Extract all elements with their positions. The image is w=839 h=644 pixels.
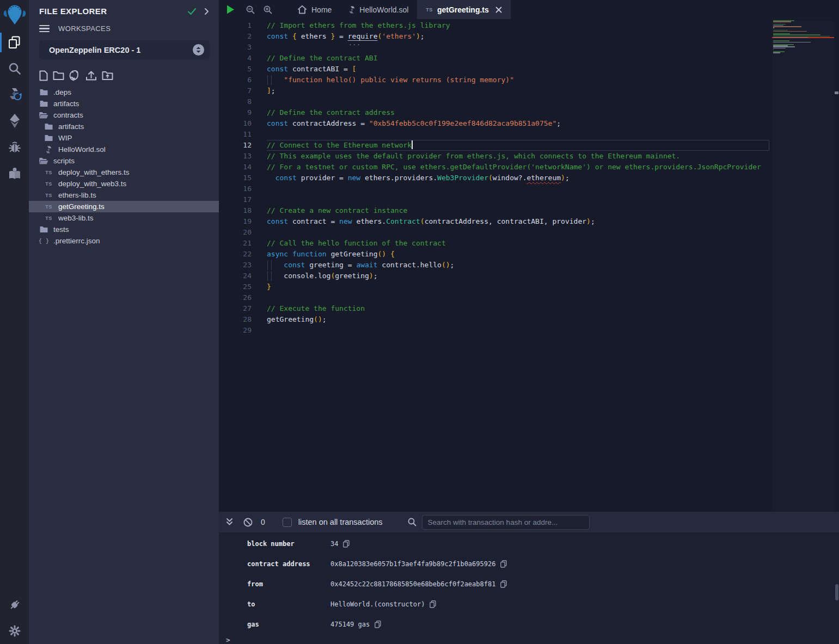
folder-icon (39, 100, 48, 107)
tree-item-.deps[interactable]: .deps (29, 87, 219, 98)
minimap-line (773, 48, 786, 49)
code-line-7: ]; (267, 85, 769, 96)
tab-Home[interactable]: Home (289, 0, 340, 19)
minimap-line (773, 26, 801, 27)
line-number: 18 (219, 205, 252, 216)
tree-item-scripts[interactable]: scripts (29, 155, 219, 167)
upload-file-icon[interactable] (85, 70, 97, 81)
folder-icon (44, 134, 53, 142)
transaction-row: block number34 (219, 533, 839, 554)
search-icon[interactable] (0, 56, 29, 82)
listen-checkbox[interactable] (283, 518, 292, 527)
tree-item-artifacts[interactable]: artifacts (29, 98, 219, 109)
clear-console-icon[interactable] (243, 518, 253, 527)
line-number: 19 (219, 216, 252, 227)
terminal-scrollbar[interactable] (835, 584, 838, 600)
code-token: const (275, 174, 301, 182)
transaction-field-value: 0x42452c22c88178685850e68beb6cf0f2aeab8f… (330, 580, 495, 588)
workspaces-menu-icon[interactable] (39, 25, 50, 33)
transaction-field-label: to (219, 600, 330, 608)
listen-label[interactable]: listen on all transactions (298, 518, 383, 526)
zoom-out-icon[interactable] (242, 0, 259, 19)
tree-item-HelloWorld.sol[interactable]: HelloWorld.sol (29, 144, 219, 155)
transaction-row: toHelloWorld.(constructor) (219, 594, 839, 614)
close-icon[interactable] (495, 7, 502, 13)
remix-logo[interactable] (0, 0, 29, 29)
tree-item-.prettierrc.json[interactable]: { }.prettierrc.json (29, 235, 219, 247)
code-line-16 (267, 183, 769, 194)
plugin-manager-icon[interactable] (0, 592, 29, 618)
minimap[interactable] (772, 20, 834, 512)
code-token: getGreeting (267, 315, 314, 323)
code-line-22: async function getGreeting() { (267, 249, 769, 260)
terminal-search-icon (408, 518, 417, 526)
solidity-compiler-icon[interactable] (0, 82, 29, 108)
code-token: ; (420, 32, 425, 40)
minimap-line (773, 49, 774, 50)
new-folder-icon[interactable] (53, 71, 64, 81)
copy-icon[interactable] (343, 540, 350, 548)
line-number: 27 (219, 303, 252, 314)
copy-icon[interactable] (375, 621, 381, 628)
tree-item-WIP[interactable]: WIP (29, 132, 219, 144)
line-number: 20 (219, 227, 252, 238)
line-number: 11 (219, 129, 252, 140)
chevron-right-icon[interactable] (204, 8, 209, 15)
tree-item-deploy_with_web3.ts[interactable]: TSdeploy_with_web3.ts (29, 178, 219, 189)
tree-item-deploy_with_ethers.ts[interactable]: TSdeploy_with_ethers.ts (29, 167, 219, 178)
tab-HelloWorld.sol[interactable]: HelloWorld.sol (340, 0, 417, 19)
tree-item-ethers-lib.ts[interactable]: TSethers-lib.ts (29, 189, 219, 201)
code-token: ( (420, 217, 425, 225)
line-number: 14 (219, 162, 252, 173)
debugger-icon[interactable] (0, 134, 29, 160)
code-token: Web3Provider (437, 174, 488, 182)
code-token: ; (322, 315, 327, 323)
tree-item-web3-lib.ts[interactable]: TSweb3-lib.ts (29, 212, 219, 224)
braces-icon: { } (39, 237, 48, 244)
overview-ruler-marker (835, 91, 838, 94)
transaction-field-label: from (219, 580, 330, 588)
code-token: const (267, 119, 292, 127)
terminal-search-input[interactable] (422, 515, 590, 530)
learneth-icon[interactable] (0, 160, 29, 186)
minimap-line (773, 40, 789, 41)
tree-item-tests[interactable]: tests (29, 224, 219, 235)
folder-icon (44, 123, 53, 130)
solidity-icon (44, 146, 53, 154)
run-script-button[interactable] (219, 0, 242, 19)
settings-icon[interactable] (0, 618, 29, 644)
code-token: getGreeting (330, 250, 377, 258)
tree-item-label: artifacts (58, 122, 84, 131)
code-editor[interactable]: 1234567891011121314151617181920212223242… (219, 19, 839, 512)
tree-item-getGreeting.ts[interactable]: TSgetGreeting.ts (29, 201, 219, 212)
code-token: { (390, 250, 395, 258)
upload-folder-icon[interactable] (102, 71, 113, 81)
expand-terminal-icon[interactable] (225, 518, 234, 526)
transaction-details: block number34contract address0x8a120383… (219, 533, 839, 634)
code-token: 'ethers' (382, 32, 416, 40)
workspaces-label: WORKSPACES (58, 24, 111, 33)
tree-item-label: scripts (53, 157, 75, 165)
github-icon[interactable] (69, 70, 81, 81)
tree-item-artifacts[interactable]: artifacts (29, 121, 219, 132)
tab-getGreeting.ts[interactable]: TSgetGreeting.ts (417, 0, 510, 19)
tree-item-contracts[interactable]: contracts (29, 109, 219, 121)
new-file-icon[interactable] (39, 70, 48, 81)
code-token: contractABI = (292, 65, 352, 73)
code-token: () (314, 315, 322, 323)
open-tabs: HomeHelloWorld.solTSgetGreeting.ts (289, 0, 511, 19)
line-number: 21 (219, 238, 252, 249)
copy-icon[interactable] (430, 600, 436, 608)
workspace-name: OpenZeppelin ERC20 - 1 (49, 46, 193, 54)
copy-icon[interactable] (500, 580, 507, 588)
deploy-run-icon[interactable] (0, 108, 29, 134)
zoom-in-icon[interactable] (259, 0, 277, 19)
code-line-25: } (267, 281, 769, 292)
workspace-select[interactable]: OpenZeppelin ERC20 - 1 (39, 40, 210, 59)
terminal-prompt[interactable]: > (219, 636, 839, 644)
code-token: [ (352, 65, 357, 73)
file-explorer-icon[interactable] (0, 29, 29, 56)
copy-icon[interactable] (500, 560, 507, 568)
ts-icon: TS (44, 181, 53, 187)
code-token: contractAddress = (292, 119, 369, 127)
